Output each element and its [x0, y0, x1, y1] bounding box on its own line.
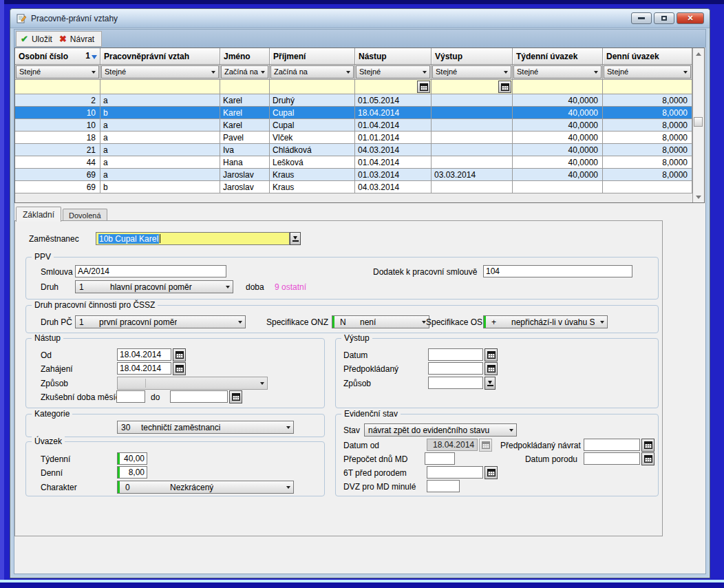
close-button[interactable]: ✕	[677, 12, 704, 24]
column-header[interactable]: Pracovněprávní vztah	[100, 48, 220, 64]
filter-cell: Stejné	[603, 65, 692, 79]
doba-label: doba	[246, 282, 264, 292]
start-date-input[interactable]	[117, 362, 171, 375]
exit-method-label: Způsob	[343, 379, 371, 388]
method-combo[interactable]	[117, 377, 268, 390]
start-calendar-button[interactable]	[173, 362, 186, 375]
ppv-type-combo[interactable]: 1 hlavní pracovní poměr	[75, 280, 233, 293]
column-header[interactable]: Výstup	[432, 48, 513, 64]
filter-mode-combo[interactable]: Začíná na	[221, 65, 268, 78]
exit-calendar-button[interactable]	[485, 348, 498, 361]
column-header[interactable]: Týdenní úvazek	[513, 48, 603, 64]
birth-date-input[interactable]	[584, 452, 640, 465]
work-type-combo[interactable]: 1 první pracovní poměr	[75, 315, 246, 328]
table-row[interactable]: 2aKarelDruhý01.05.201440,00008,0000	[15, 94, 692, 107]
table-cell: 40,0000	[513, 132, 603, 143]
back-button[interactable]: ✖ Návrat	[59, 34, 94, 44]
expected-exit-calendar-button[interactable]	[485, 362, 498, 375]
amendment-input[interactable]	[483, 265, 632, 277]
scroll-up-button[interactable]	[693, 48, 704, 59]
expected-return-calendar-button[interactable]	[641, 439, 654, 452]
tab-dovolena[interactable]: Dovolená	[63, 209, 107, 221]
category-combo[interactable]: 30 techničtí zaměstnanci	[117, 421, 294, 434]
column-header[interactable]: Příjmení	[270, 48, 355, 64]
uvazek-legend: Úvazek	[32, 437, 65, 446]
quickfilter-input-cell[interactable]	[270, 80, 355, 94]
trial-calendar-button[interactable]	[229, 390, 242, 403]
scrollbar-thumb[interactable]	[694, 117, 703, 127]
scroll-down-button[interactable]	[693, 191, 704, 202]
quickfilter-input-cell[interactable]	[15, 80, 100, 94]
exit-method-dropdown-button[interactable]	[485, 377, 496, 390]
table-row[interactable]: 44aHanaLešková01.04.201440,00008,0000	[15, 156, 692, 169]
table-row[interactable]: 10bKarelCupal18.04.201440,00008,0000	[15, 107, 692, 119]
status-combo[interactable]: návrat zpět do evidenčního stavu	[364, 423, 517, 437]
filter-mode-combo[interactable]: Začíná na	[270, 65, 354, 78]
quickfilter-input-cell[interactable]	[355, 80, 432, 94]
md-days-label: Přepočet dnů MD	[343, 454, 407, 464]
table-row[interactable]: 18aPavelVlček01.01.201440,00008,0000	[15, 132, 692, 144]
quickfilter-input-cell[interactable]	[100, 80, 220, 94]
column-header[interactable]: Denní úvazek	[603, 48, 692, 64]
chevron-down-icon	[683, 71, 688, 74]
column-header[interactable]: Jméno	[220, 48, 270, 64]
employee-combo[interactable]: 10b Cupal Karel	[96, 232, 290, 245]
contract-input[interactable]	[75, 265, 226, 277]
six-weeks-input[interactable]	[427, 466, 483, 479]
from-calendar-button[interactable]	[173, 348, 186, 361]
spec-os-combo[interactable]: + nepřichází-li v úvahu S	[483, 315, 608, 328]
table-row[interactable]: 21aIvaChládková04.03.201440,00008,0000	[15, 144, 692, 156]
table-cell: 01.03.2014	[355, 169, 432, 180]
from-date-input[interactable]	[117, 348, 171, 361]
daily-hours-input[interactable]	[117, 466, 147, 479]
table-row[interactable]: 10aKarelCupal01.04.201440,00008,0000	[15, 119, 692, 132]
restore-button[interactable]	[654, 12, 674, 24]
records-grid: Osobní číslo1Pracovněprávní vztahJménoPř…	[14, 48, 705, 203]
weekly-hours-input[interactable]	[117, 452, 147, 465]
trial-months-input[interactable]	[116, 390, 145, 403]
table-cell: 8,0000	[603, 169, 692, 180]
tab-zakladni[interactable]: Základní	[16, 207, 61, 222]
employee-dropdown-button[interactable]	[290, 232, 301, 245]
character-combo[interactable]: 0 Nezkrácený	[117, 481, 294, 494]
table-row[interactable]: 69aJaroslavKraus01.03.201403.03.201440,0…	[15, 169, 692, 181]
expected-exit-input[interactable]	[428, 362, 483, 375]
table-cell	[432, 156, 513, 168]
filter-mode-combo[interactable]: Stejné	[604, 65, 691, 78]
table-cell: Karel	[220, 94, 270, 106]
minimize-button[interactable]	[631, 12, 652, 24]
arrow-down-icon	[696, 196, 701, 199]
save-button[interactable]: ✔ Uložit	[21, 34, 52, 44]
six-weeks-calendar-button[interactable]	[485, 466, 498, 479]
dropdown-bar-icon	[487, 385, 493, 386]
filter-mode-combo[interactable]: Stejné	[356, 65, 430, 78]
column-header-label: Příjmení	[273, 52, 306, 61]
title-bar[interactable]: Pracovně-právní vztahy ✕	[10, 9, 710, 28]
column-header[interactable]: Nástup	[355, 48, 432, 64]
quickfilter-input-cell[interactable]	[220, 80, 270, 94]
filter-mode-combo[interactable]: Stejné	[16, 65, 99, 78]
quickfilter-input-cell[interactable]	[603, 80, 692, 94]
dvz-input[interactable]	[427, 480, 460, 492]
quickfilter-calendar-button[interactable]	[498, 81, 511, 93]
vertical-scrollbar[interactable]	[692, 48, 704, 202]
expected-return-input[interactable]	[584, 439, 640, 451]
column-header[interactable]: Osobní číslo1	[15, 48, 100, 64]
trial-to-input[interactable]	[170, 390, 228, 403]
filter-mode-combo[interactable]: Stejné	[101, 65, 219, 78]
filter-mode-combo[interactable]: Stejné	[513, 65, 601, 78]
quickfilter-input-cell[interactable]	[513, 80, 603, 94]
table-cell: 10	[15, 119, 100, 131]
quickfilter-calendar-button[interactable]	[417, 81, 430, 93]
birth-date-calendar-button[interactable]	[641, 452, 654, 465]
table-row[interactable]: 69bJaroslavKraus04.03.2014	[15, 181, 692, 193]
md-days-input[interactable]	[425, 452, 455, 465]
table-cell: 04.03.2014	[355, 144, 432, 156]
quickfilter-input-cell[interactable]	[432, 80, 513, 94]
table-cell	[432, 144, 513, 156]
calendar-icon	[175, 351, 184, 359]
exit-date-input[interactable]	[428, 348, 483, 361]
exit-method-input[interactable]	[428, 377, 483, 389]
spec-onz-combo[interactable]: N není	[332, 315, 429, 328]
filter-mode-combo[interactable]: Stejné	[432, 65, 511, 78]
